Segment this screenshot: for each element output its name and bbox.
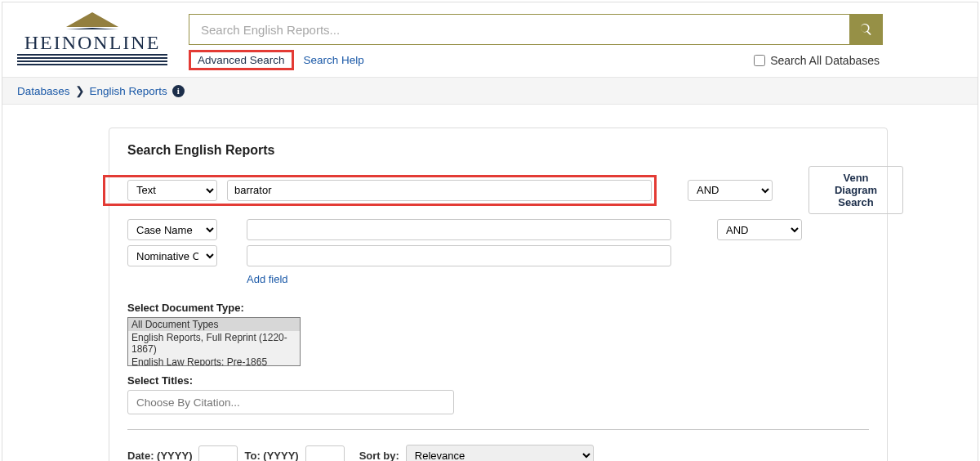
- advanced-search-panel: Search English Reports Text: [109, 128, 888, 461]
- field-select-3[interactable]: Nominative Ci: [127, 245, 217, 266]
- info-icon[interactable]: i: [172, 85, 185, 97]
- bool-select-2[interactable]: AND: [717, 219, 802, 240]
- date-to-label: To: (YYYY): [244, 450, 298, 462]
- doc-type-option[interactable]: English Law Reports: Pre-1865: [128, 356, 300, 366]
- search-all-databases-label: Search All Databases: [770, 54, 880, 67]
- global-search-input[interactable]: [189, 15, 849, 44]
- titles-label: Select Titles:: [127, 374, 869, 387]
- global-search-button[interactable]: [849, 15, 882, 44]
- doc-type-option[interactable]: English Reports, Full Reprint (1220-1867…: [128, 331, 300, 356]
- sort-by-select[interactable]: Relevance: [406, 445, 594, 461]
- field-value-1[interactable]: [227, 180, 652, 201]
- doc-type-listbox[interactable]: All Document Types English Reports, Full…: [127, 317, 301, 366]
- doc-type-label: Select Document Type:: [127, 302, 869, 314]
- advanced-search-link[interactable]: Advanced Search: [189, 50, 294, 70]
- date-to-input[interactable]: [305, 445, 345, 461]
- field-select-2[interactable]: Case Name: [127, 219, 217, 240]
- choose-titles-input[interactable]: [127, 390, 454, 414]
- panel-title: Search English Reports: [127, 143, 869, 158]
- search-help-link[interactable]: Search Help: [304, 54, 364, 66]
- search-all-databases-checkbox[interactable]: [754, 55, 765, 66]
- chevron-right-icon: ❯: [75, 84, 85, 97]
- field-value-2[interactable]: [247, 219, 671, 240]
- date-from-input[interactable]: [198, 445, 238, 461]
- sort-by-label: Sort by:: [359, 450, 399, 462]
- heinonline-logo[interactable]: HEINONLINE: [17, 12, 167, 65]
- doc-type-option[interactable]: All Document Types: [128, 318, 300, 331]
- field-value-3[interactable]: [247, 245, 671, 266]
- add-field-link[interactable]: Add field: [247, 273, 288, 285]
- global-search-bar: [189, 14, 883, 45]
- logo-roof-icon: [66, 12, 118, 27]
- logo-text: HEINONLINE: [24, 32, 161, 54]
- breadcrumb-current[interactable]: English Reports: [90, 85, 167, 97]
- breadcrumb-databases[interactable]: Databases: [17, 85, 70, 97]
- field-select-1[interactable]: Text: [127, 180, 217, 201]
- search-icon: [858, 22, 873, 37]
- divider: [127, 429, 869, 430]
- bool-select-1[interactable]: AND: [688, 180, 773, 201]
- breadcrumb: Databases ❯ English Reports i: [2, 77, 978, 105]
- search-all-databases-toggle[interactable]: Search All Databases: [754, 54, 880, 67]
- venn-diagram-button[interactable]: Venn Diagram Search: [808, 166, 903, 214]
- date-from-label: Date: (YYYY): [127, 450, 192, 462]
